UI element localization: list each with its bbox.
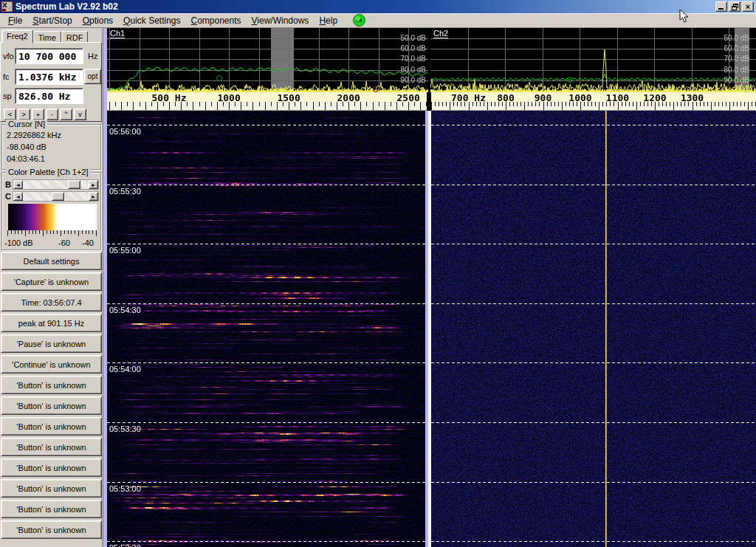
nav-button-1[interactable]: > [18, 109, 30, 120]
nav-button-0[interactable]: < [4, 109, 16, 120]
action-button-9[interactable]: 'Button' is unknown [1, 438, 102, 456]
window-title: Spectrum Lab V2.92 b02 [16, 1, 715, 12]
fc-input[interactable]: 1.0376 kHz [15, 69, 83, 85]
ch1-db-label: 80.0 dB [401, 66, 426, 74]
contrast-slider-thumb[interactable] [52, 192, 64, 201]
contrast-slider[interactable]: ◄ ► [13, 191, 99, 202]
ch2-spectrum-canvas[interactable] [430, 28, 756, 92]
action-button-5[interactable]: 'Continue' is unknown [1, 355, 102, 374]
ch2-db-label: 50.0 dB [724, 34, 749, 42]
spectrum-lab-window: Spectrum Lab V2.92 b02 × FileStart/StopO… [0, 0, 756, 547]
contrast-slider-label: C [5, 192, 11, 201]
ch1-db-label: 70.0 dB [401, 55, 426, 63]
action-button-2[interactable]: Time: 03:56:07.4 [1, 293, 102, 312]
nav-button-3[interactable]: - [46, 109, 58, 120]
ch1-spectrum-canvas[interactable] [107, 28, 428, 92]
palette-scale-label: -60 [58, 238, 70, 247]
brightness-slider-label: B [5, 180, 11, 189]
menu-view-windows[interactable]: View/Windows [247, 14, 315, 27]
contrast-right-arrow-icon[interactable]: ► [89, 192, 98, 201]
sp-label: sp [3, 92, 12, 100]
palette-gradient-bar [8, 204, 97, 230]
waterfall-time-label: 05:54:30 [109, 306, 141, 314]
ch1-waterfall-canvas[interactable] [107, 111, 425, 547]
nav-button-4[interactable]: ^ [60, 109, 72, 120]
action-button-11[interactable]: 'Button' is unknown [1, 479, 102, 498]
menu-components[interactable]: Components [186, 14, 247, 27]
palette-scale-label: -40 [82, 238, 94, 247]
ch2-freq-label: 900 [535, 92, 551, 103]
minimize-button[interactable] [715, 1, 727, 12]
ch2-freq-label: 1100 [606, 92, 629, 103]
vfo-input[interactable]: 10 700 000 [15, 48, 83, 64]
menu-quick-settings[interactable]: Quick Settings [118, 14, 185, 27]
action-button-7[interactable]: 'Button' is unknown [1, 396, 102, 415]
close-icon: × [746, 2, 750, 11]
action-button-6[interactable]: 'Button' is unknown [1, 376, 102, 394]
ch2-db-label: 60.0 dB [724, 44, 749, 52]
close-button[interactable]: × [742, 1, 754, 12]
action-button-3[interactable]: peak at 901.15 Hz [1, 314, 102, 332]
ch1-freq-label: 1000 [217, 92, 240, 103]
minimize-icon [718, 8, 724, 10]
ch2-label: Ch2 [433, 29, 448, 38]
fc-label: fc [3, 72, 10, 81]
cursor-group-title: Cursor [N] [6, 120, 47, 128]
ch1-spectrum-display[interactable]: Ch1 50.0 dB60.0 dB70.0 dB80.0 dB90.0 dB [107, 28, 428, 92]
title-bar: Spectrum Lab V2.92 b02 × [0, 0, 756, 13]
menu-bar: FileStart/StopOptionsQuick SettingsCompo… [0, 13, 756, 28]
waterfall-time-label: 05:55:00 [109, 246, 141, 255]
ch1-db-label: 50.0 dB [401, 34, 426, 42]
palette-scale-ruler [7, 230, 97, 238]
action-button-0[interactable]: Default settings [1, 252, 102, 270]
waterfall-time-label: 05:53:30 [109, 424, 141, 433]
frequency-tab-bar: Freq2TimeRDF [1, 30, 88, 43]
fc-options-button[interactable]: opt [84, 69, 101, 84]
action-button-13[interactable]: 'Button' is unknown [1, 520, 102, 539]
contrast-left-arrow-icon[interactable]: ◄ [13, 192, 23, 201]
cursor-frequency-readout: 2.2926862 kHz [7, 131, 61, 140]
ch2-freq-label: 1200 [643, 92, 666, 103]
nav-button-5[interactable]: v [74, 109, 86, 120]
action-button-8[interactable]: 'Button' is unknown [1, 417, 102, 436]
brightness-slider[interactable]: ◄ ► [13, 179, 99, 190]
restore-button[interactable] [729, 1, 740, 12]
control-panel: Freq2TimeRDF vfo 10 700 000 Hz fc 1.0376… [0, 28, 103, 547]
ch2-freq-label: 700 Hz [451, 92, 486, 103]
brightness-left-arrow-icon[interactable]: ◄ [13, 180, 23, 189]
ch2-waterfall-canvas[interactable] [431, 111, 756, 547]
action-button-10[interactable]: 'Button' is unknown [1, 458, 102, 477]
menu-start-stop[interactable]: Start/Stop [27, 14, 77, 27]
waterfall-time-label: 05:52:30 [109, 543, 141, 547]
ch2-spectrum-display[interactable]: Ch2 50.0 dB60.0 dB70.0 dB80.0 dB90.0 dB [430, 28, 756, 92]
action-button-1[interactable]: 'Capture' is unknown [1, 272, 102, 291]
status-running-icon[interactable] [353, 14, 365, 27]
ch2-waterfall-display[interactable] [431, 111, 756, 547]
ch2-db-label: 80.0 dB [724, 66, 749, 74]
ch2-freq-label: 1000 [568, 92, 591, 103]
menu-help[interactable]: Help [314, 14, 343, 27]
ch1-freq-label: 1500 [277, 92, 300, 103]
ch1-label: Ch1 [110, 29, 125, 38]
waterfall-time-label: 05:56:00 [109, 127, 141, 136]
app-icon [1, 1, 13, 12]
nav-button-2[interactable]: + [32, 109, 44, 120]
menu-options[interactable]: Options [78, 14, 118, 27]
color-palette-group: Color Palette [Ch 1+2] B ◄ ► C ◄ ► -10 [1, 172, 101, 250]
ch2-frequency-ruler[interactable]: 700 Hz8009001000110012001300 [431, 92, 756, 111]
ch1-waterfall-display[interactable]: 05:56:0005:55:3005:55:0005:54:3005:54:00… [107, 111, 425, 547]
action-button-12[interactable]: 'Button' is unknown [1, 500, 102, 518]
brightness-slider-thumb[interactable] [68, 180, 80, 189]
tab-rdf[interactable]: RDF [61, 31, 89, 43]
ch1-frequency-ruler[interactable]: 500 Hz1000150020002500 [107, 92, 427, 111]
display-area: Ch1 50.0 dB60.0 dB70.0 dB80.0 dB90.0 dB … [103, 28, 756, 547]
sp-input[interactable]: 826.80 Hz [15, 88, 83, 104]
ch2-freq-label: 800 [497, 92, 514, 103]
tab-time[interactable]: Time [33, 31, 61, 43]
waterfall-time-label: 05:54:00 [109, 365, 141, 374]
ch2-freq-label: 1300 [681, 92, 704, 103]
action-button-4[interactable]: 'Pause' is unknown [1, 334, 102, 353]
brightness-right-arrow-icon[interactable]: ► [89, 180, 98, 189]
menu-file[interactable]: File [3, 14, 27, 27]
tab-freq2[interactable]: Freq2 [1, 30, 33, 43]
